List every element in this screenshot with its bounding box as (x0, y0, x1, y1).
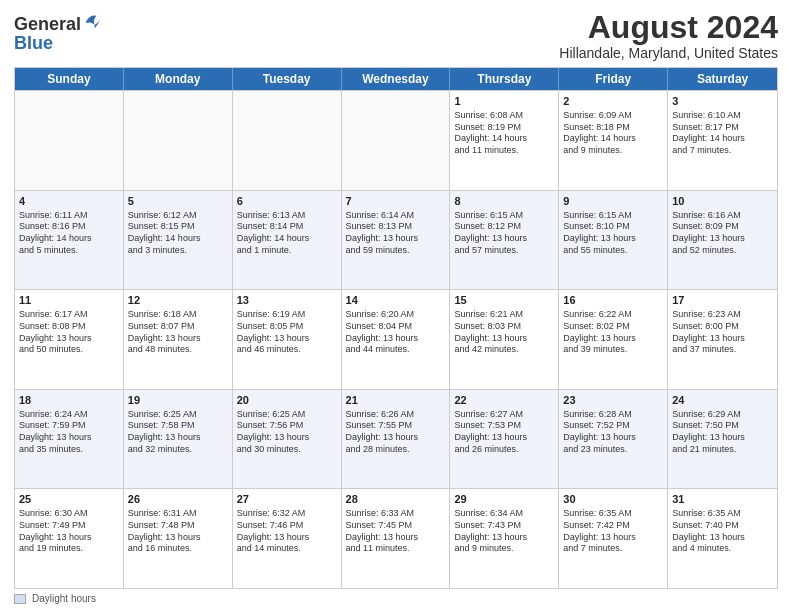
day-number: 10 (672, 194, 773, 209)
day-info: Sunrise: 6:17 AM Sunset: 8:08 PM Dayligh… (19, 309, 119, 356)
day-cell-9: 9Sunrise: 6:15 AM Sunset: 8:10 PM Daylig… (559, 191, 668, 290)
day-info: Sunrise: 6:25 AM Sunset: 7:56 PM Dayligh… (237, 409, 337, 456)
week-row-1: 1Sunrise: 6:08 AM Sunset: 8:19 PM Daylig… (15, 90, 777, 190)
day-info: Sunrise: 6:12 AM Sunset: 8:15 PM Dayligh… (128, 210, 228, 257)
logo-bird-icon (82, 12, 100, 34)
day-cell-25: 25Sunrise: 6:30 AM Sunset: 7:49 PM Dayli… (15, 489, 124, 588)
day-cell-27: 27Sunrise: 6:32 AM Sunset: 7:46 PM Dayli… (233, 489, 342, 588)
day-info: Sunrise: 6:09 AM Sunset: 8:18 PM Dayligh… (563, 110, 663, 157)
day-info: Sunrise: 6:27 AM Sunset: 7:53 PM Dayligh… (454, 409, 554, 456)
day-number: 16 (563, 293, 663, 308)
day-cell-24: 24Sunrise: 6:29 AM Sunset: 7:50 PM Dayli… (668, 390, 777, 489)
day-cell-15: 15Sunrise: 6:21 AM Sunset: 8:03 PM Dayli… (450, 290, 559, 389)
day-cell-31: 31Sunrise: 6:35 AM Sunset: 7:40 PM Dayli… (668, 489, 777, 588)
day-cell-1: 1Sunrise: 6:08 AM Sunset: 8:19 PM Daylig… (450, 91, 559, 190)
day-info: Sunrise: 6:31 AM Sunset: 7:48 PM Dayligh… (128, 508, 228, 555)
day-number: 28 (346, 492, 446, 507)
day-info: Sunrise: 6:32 AM Sunset: 7:46 PM Dayligh… (237, 508, 337, 555)
week-row-2: 4Sunrise: 6:11 AM Sunset: 8:16 PM Daylig… (15, 190, 777, 290)
day-cell-2: 2Sunrise: 6:09 AM Sunset: 8:18 PM Daylig… (559, 91, 668, 190)
logo-general-text: General (14, 15, 81, 33)
day-number: 17 (672, 293, 773, 308)
subtitle: Hillandale, Maryland, United States (559, 45, 778, 61)
day-number: 23 (563, 393, 663, 408)
day-number: 8 (454, 194, 554, 209)
day-number: 25 (19, 492, 119, 507)
day-number: 30 (563, 492, 663, 507)
day-cell-26: 26Sunrise: 6:31 AM Sunset: 7:48 PM Dayli… (124, 489, 233, 588)
day-cell-23: 23Sunrise: 6:28 AM Sunset: 7:52 PM Dayli… (559, 390, 668, 489)
day-info: Sunrise: 6:33 AM Sunset: 7:45 PM Dayligh… (346, 508, 446, 555)
day-number: 22 (454, 393, 554, 408)
day-number: 5 (128, 194, 228, 209)
day-number: 4 (19, 194, 119, 209)
header-day-tuesday: Tuesday (233, 68, 342, 90)
day-info: Sunrise: 6:21 AM Sunset: 8:03 PM Dayligh… (454, 309, 554, 356)
day-info: Sunrise: 6:29 AM Sunset: 7:50 PM Dayligh… (672, 409, 773, 456)
day-cell-10: 10Sunrise: 6:16 AM Sunset: 8:09 PM Dayli… (668, 191, 777, 290)
calendar: SundayMondayTuesdayWednesdayThursdayFrid… (14, 67, 778, 589)
day-info: Sunrise: 6:11 AM Sunset: 8:16 PM Dayligh… (19, 210, 119, 257)
day-number: 2 (563, 94, 663, 109)
day-number: 19 (128, 393, 228, 408)
day-number: 1 (454, 94, 554, 109)
day-number: 26 (128, 492, 228, 507)
week-row-5: 25Sunrise: 6:30 AM Sunset: 7:49 PM Dayli… (15, 488, 777, 588)
day-cell-28: 28Sunrise: 6:33 AM Sunset: 7:45 PM Dayli… (342, 489, 451, 588)
header-day-sunday: Sunday (15, 68, 124, 90)
logo: General Blue (14, 14, 100, 52)
day-number: 18 (19, 393, 119, 408)
day-cell-29: 29Sunrise: 6:34 AM Sunset: 7:43 PM Dayli… (450, 489, 559, 588)
day-cell-4: 4Sunrise: 6:11 AM Sunset: 8:16 PM Daylig… (15, 191, 124, 290)
day-info: Sunrise: 6:10 AM Sunset: 8:17 PM Dayligh… (672, 110, 773, 157)
day-cell-7: 7Sunrise: 6:14 AM Sunset: 8:13 PM Daylig… (342, 191, 451, 290)
day-info: Sunrise: 6:15 AM Sunset: 8:10 PM Dayligh… (563, 210, 663, 257)
day-number: 31 (672, 492, 773, 507)
day-cell-14: 14Sunrise: 6:20 AM Sunset: 8:04 PM Dayli… (342, 290, 451, 389)
day-info: Sunrise: 6:18 AM Sunset: 8:07 PM Dayligh… (128, 309, 228, 356)
page: General Blue August 2024 Hillandale, Mar… (0, 0, 792, 612)
day-info: Sunrise: 6:35 AM Sunset: 7:42 PM Dayligh… (563, 508, 663, 555)
header-day-saturday: Saturday (668, 68, 777, 90)
day-info: Sunrise: 6:34 AM Sunset: 7:43 PM Dayligh… (454, 508, 554, 555)
calendar-header: SundayMondayTuesdayWednesdayThursdayFrid… (15, 68, 777, 90)
day-cell-8: 8Sunrise: 6:15 AM Sunset: 8:12 PM Daylig… (450, 191, 559, 290)
day-info: Sunrise: 6:26 AM Sunset: 7:55 PM Dayligh… (346, 409, 446, 456)
day-cell-16: 16Sunrise: 6:22 AM Sunset: 8:02 PM Dayli… (559, 290, 668, 389)
day-number: 20 (237, 393, 337, 408)
header: General Blue August 2024 Hillandale, Mar… (14, 10, 778, 61)
day-number: 7 (346, 194, 446, 209)
day-info: Sunrise: 6:35 AM Sunset: 7:40 PM Dayligh… (672, 508, 773, 555)
day-cell-22: 22Sunrise: 6:27 AM Sunset: 7:53 PM Dayli… (450, 390, 559, 489)
header-day-thursday: Thursday (450, 68, 559, 90)
day-info: Sunrise: 6:24 AM Sunset: 7:59 PM Dayligh… (19, 409, 119, 456)
day-cell-18: 18Sunrise: 6:24 AM Sunset: 7:59 PM Dayli… (15, 390, 124, 489)
day-info: Sunrise: 6:16 AM Sunset: 8:09 PM Dayligh… (672, 210, 773, 257)
day-info: Sunrise: 6:22 AM Sunset: 8:02 PM Dayligh… (563, 309, 663, 356)
day-info: Sunrise: 6:08 AM Sunset: 8:19 PM Dayligh… (454, 110, 554, 157)
day-number: 21 (346, 393, 446, 408)
day-cell-empty-3 (342, 91, 451, 190)
day-info: Sunrise: 6:13 AM Sunset: 8:14 PM Dayligh… (237, 210, 337, 257)
week-row-4: 18Sunrise: 6:24 AM Sunset: 7:59 PM Dayli… (15, 389, 777, 489)
day-cell-21: 21Sunrise: 6:26 AM Sunset: 7:55 PM Dayli… (342, 390, 451, 489)
day-cell-6: 6Sunrise: 6:13 AM Sunset: 8:14 PM Daylig… (233, 191, 342, 290)
day-number: 15 (454, 293, 554, 308)
title-block: August 2024 Hillandale, Maryland, United… (559, 10, 778, 61)
week-row-3: 11Sunrise: 6:17 AM Sunset: 8:08 PM Dayli… (15, 289, 777, 389)
day-number: 14 (346, 293, 446, 308)
day-number: 13 (237, 293, 337, 308)
day-number: 27 (237, 492, 337, 507)
day-number: 24 (672, 393, 773, 408)
header-day-wednesday: Wednesday (342, 68, 451, 90)
day-info: Sunrise: 6:19 AM Sunset: 8:05 PM Dayligh… (237, 309, 337, 356)
logo-blue-text: Blue (14, 34, 100, 52)
main-title: August 2024 (559, 10, 778, 45)
day-number: 9 (563, 194, 663, 209)
day-number: 12 (128, 293, 228, 308)
day-cell-empty-0 (15, 91, 124, 190)
day-info: Sunrise: 6:20 AM Sunset: 8:04 PM Dayligh… (346, 309, 446, 356)
day-number: 11 (19, 293, 119, 308)
day-cell-empty-2 (233, 91, 342, 190)
day-info: Sunrise: 6:14 AM Sunset: 8:13 PM Dayligh… (346, 210, 446, 257)
